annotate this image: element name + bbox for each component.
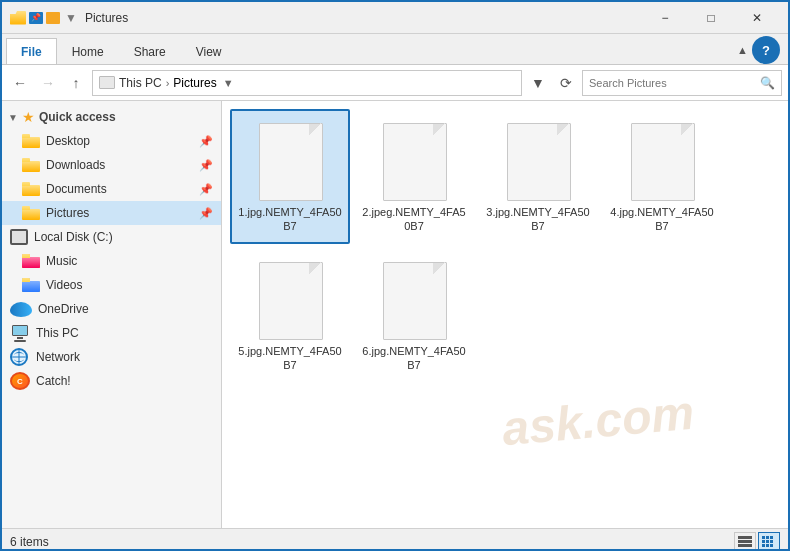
back-button[interactable]: ←	[8, 71, 32, 95]
file-area: ask.com 1.jpg.NEMTY_4FA50B7 2.jpeg.NEMTY…	[222, 101, 788, 528]
address-bar: ← → ↑ This PC › Pictures ▼ ▼ ⟳ 🔍	[2, 65, 788, 101]
svg-rect-10	[766, 544, 769, 547]
sidebar-item-music-label: Music	[46, 254, 77, 268]
file-item[interactable]: 6.jpg.NEMTY_4FA50B7	[354, 248, 474, 383]
window-pin-icon: 📌	[29, 12, 43, 24]
sidebar-item-local-disk[interactable]: Local Disk (C:)	[2, 225, 221, 249]
file-name-1: 1.jpg.NEMTY_4FA50B7	[236, 205, 344, 234]
sidebar-item-catch-label: Catch!	[36, 374, 71, 388]
watermark: ask.com	[500, 385, 696, 457]
sidebar-item-local-disk-label: Local Disk (C:)	[34, 230, 113, 244]
ribbon-collapse-icon[interactable]: ▲	[737, 44, 748, 56]
svg-rect-1	[738, 540, 752, 543]
sidebar-item-documents[interactable]: Documents 📌	[2, 177, 221, 201]
tab-home[interactable]: Home	[57, 38, 119, 64]
ribbon-tabs: File Home Share View ▲ ?	[2, 34, 788, 64]
tab-view[interactable]: View	[181, 38, 237, 64]
details-view-icon	[762, 536, 776, 548]
file-item[interactable]: 4.jpg.NEMTY_4FA50B7	[602, 109, 722, 244]
sidebar-item-desktop[interactable]: Desktop 📌	[2, 129, 221, 153]
file-item[interactable]: 2.jpeg.NEMTY_4FA50B7	[354, 109, 474, 244]
sidebar-item-onedrive[interactable]: OneDrive	[2, 297, 221, 321]
file-icon-fold-inner-5	[309, 263, 320, 274]
pictures-pin-icon: 📌	[199, 207, 213, 220]
sidebar-item-downloads-label: Downloads	[46, 158, 105, 172]
file-item[interactable]: 5.jpg.NEMTY_4FA50B7	[230, 248, 350, 383]
file-item[interactable]: 3.jpg.NEMTY_4FA50B7	[478, 109, 598, 244]
file-icon-fold-inner-2	[433, 124, 444, 135]
svg-rect-4	[766, 536, 769, 539]
address-dropdown-icon[interactable]: ▼	[223, 77, 234, 89]
file-icon-fold-inner-4	[681, 124, 692, 135]
up-button[interactable]: ↑	[64, 71, 88, 95]
forward-button[interactable]: →	[36, 71, 60, 95]
sidebar-item-pictures-label: Pictures	[46, 206, 89, 220]
sidebar-item-network-label: Network	[36, 350, 80, 364]
breadcrumb-thispc[interactable]: This PC	[119, 76, 162, 90]
videos-folder-icon	[22, 278, 40, 292]
breadcrumb-sep1: ›	[166, 77, 170, 89]
search-input[interactable]	[589, 77, 756, 89]
address-dropdown-button[interactable]: ▼	[526, 71, 550, 95]
file-icon-fold-inner-3	[557, 124, 568, 135]
desktop-pin-icon: 📌	[199, 135, 213, 148]
search-icon: 🔍	[760, 76, 775, 90]
file-name-2: 2.jpeg.NEMTY_4FA50B7	[360, 205, 468, 234]
sidebar-item-onedrive-label: OneDrive	[38, 302, 89, 316]
sidebar-item-videos[interactable]: Videos	[2, 273, 221, 297]
status-bar: 6 items	[2, 528, 788, 551]
file-icon-2	[379, 119, 449, 201]
refresh-button[interactable]: ⟳	[554, 71, 578, 95]
svg-rect-2	[738, 544, 752, 547]
list-view-icon	[738, 536, 752, 548]
svg-rect-0	[738, 536, 752, 539]
desktop-folder-icon	[22, 134, 40, 148]
file-name-5: 5.jpg.NEMTY_4FA50B7	[236, 344, 344, 373]
svg-rect-8	[770, 540, 773, 543]
sidebar-item-documents-label: Documents	[46, 182, 107, 196]
title-bar-icons: 📌 ▼	[10, 11, 77, 25]
help-button[interactable]: ?	[752, 36, 780, 64]
window-dropdown-arrow[interactable]: ▼	[65, 11, 77, 25]
quick-access-chevron-icon: ▼	[8, 112, 18, 123]
tab-share[interactable]: Share	[119, 38, 181, 64]
file-icon-5	[255, 258, 325, 340]
tab-file[interactable]: File	[6, 38, 57, 64]
maximize-button[interactable]: □	[688, 2, 734, 34]
window-icon-3	[46, 12, 60, 24]
main-area: ▼ ★ Quick access Desktop 📌 Downloads 📌 D…	[2, 101, 788, 528]
svg-rect-11	[770, 544, 773, 547]
close-button[interactable]: ✕	[734, 2, 780, 34]
downloads-pin-icon: 📌	[199, 159, 213, 172]
address-path[interactable]: This PC › Pictures ▼	[92, 70, 522, 96]
file-name-6: 6.jpg.NEMTY_4FA50B7	[360, 344, 468, 373]
file-name-3: 3.jpg.NEMTY_4FA50B7	[484, 205, 592, 234]
file-icon-1	[255, 119, 325, 201]
file-name-4: 4.jpg.NEMTY_4FA50B7	[608, 205, 716, 234]
view-list-button[interactable]	[734, 532, 756, 552]
quick-access-label: Quick access	[39, 110, 116, 124]
window-controls: − □ ✕	[642, 2, 780, 34]
window-title: Pictures	[85, 11, 642, 25]
file-item[interactable]: 1.jpg.NEMTY_4FA50B7	[230, 109, 350, 244]
search-box: 🔍	[582, 70, 782, 96]
title-bar: 📌 ▼ Pictures − □ ✕	[2, 2, 788, 34]
file-icon-fold-inner-6	[433, 263, 444, 274]
sidebar-group-quick-access[interactable]: ▼ ★ Quick access	[2, 105, 221, 129]
file-icon-4	[627, 119, 697, 201]
sidebar-item-downloads[interactable]: Downloads 📌	[2, 153, 221, 177]
view-details-button[interactable]	[758, 532, 780, 552]
sidebar-item-music[interactable]: Music	[2, 249, 221, 273]
sidebar-item-pictures[interactable]: Pictures 📌	[2, 201, 221, 225]
downloads-folder-icon	[22, 158, 40, 172]
ribbon: File Home Share View ▲ ?	[2, 34, 788, 65]
breadcrumb-pictures[interactable]: Pictures	[173, 76, 216, 90]
minimize-button[interactable]: −	[642, 2, 688, 34]
sidebar-item-catch[interactable]: C Catch!	[2, 369, 221, 393]
sidebar-item-desktop-label: Desktop	[46, 134, 90, 148]
sidebar-item-network[interactable]: Network	[2, 345, 221, 369]
window-folder-icon	[10, 11, 26, 25]
svg-rect-3	[762, 536, 765, 539]
onedrive-icon	[10, 302, 32, 317]
sidebar-item-this-pc[interactable]: This PC	[2, 321, 221, 345]
